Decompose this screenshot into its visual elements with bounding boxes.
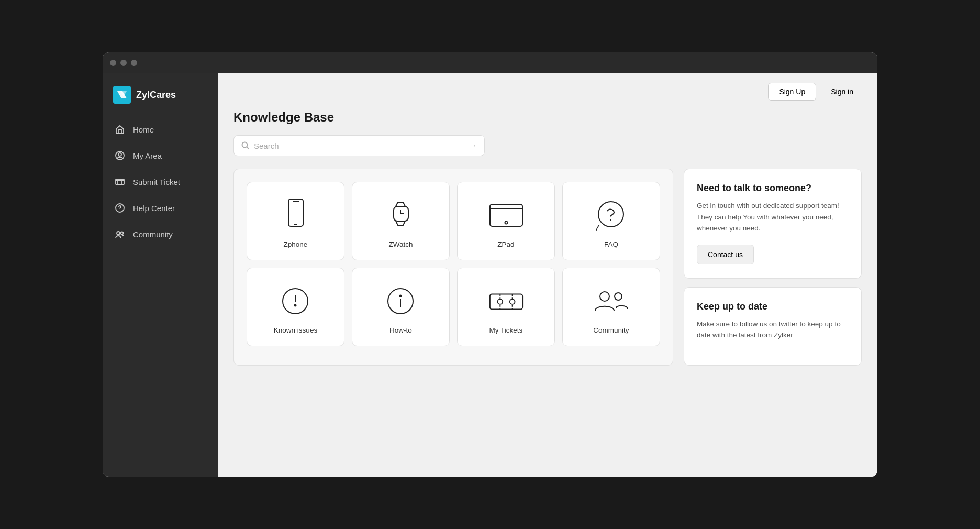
logo-area: ZylCares bbox=[103, 82, 218, 116]
svg-line-10 bbox=[247, 147, 249, 149]
svg-point-29 bbox=[509, 299, 515, 304]
page-header: Sign Up Sign in bbox=[218, 73, 877, 110]
sidebar-item-community[interactable]: Community bbox=[103, 221, 218, 247]
info-icon bbox=[383, 283, 419, 320]
sidebar-item-my-area-label: My Area bbox=[133, 151, 162, 160]
card-known-issues-label: Known issues bbox=[274, 326, 317, 334]
card-how-to-label: How-to bbox=[389, 326, 412, 334]
svg-point-30 bbox=[600, 292, 609, 301]
svg-rect-17 bbox=[490, 204, 522, 226]
card-faq-label: FAQ bbox=[604, 240, 618, 248]
app-container: ZylCares Home bbox=[103, 73, 877, 477]
main-grid: Zphone bbox=[233, 169, 862, 366]
titlebar-dot-3 bbox=[131, 60, 137, 66]
card-how-to[interactable]: How-to bbox=[352, 268, 450, 346]
home-icon bbox=[114, 124, 126, 135]
card-zwatch[interactable]: ZWatch bbox=[352, 182, 450, 260]
svg-point-28 bbox=[497, 299, 503, 304]
sidebar-item-community-label: Community bbox=[133, 230, 173, 239]
cards-area: Zphone bbox=[233, 169, 673, 366]
help-center-icon bbox=[114, 202, 126, 214]
watch-icon bbox=[383, 197, 419, 234]
alert-icon bbox=[277, 283, 314, 320]
sidebar-item-submit-ticket[interactable]: Submit Ticket bbox=[103, 169, 218, 195]
page-content: Knowledge Base → bbox=[218, 110, 877, 381]
svg-point-7 bbox=[117, 232, 120, 235]
svg-point-9 bbox=[242, 142, 248, 148]
app-window: ZylCares Home bbox=[103, 52, 877, 477]
submit-ticket-icon bbox=[114, 176, 126, 188]
circle-user-icon bbox=[114, 150, 126, 161]
community-nav-icon bbox=[114, 228, 126, 240]
card-zwatch-label: ZWatch bbox=[388, 240, 413, 248]
sidebar-item-help-center[interactable]: Help Center bbox=[103, 195, 218, 221]
main-content: Sign Up Sign in Knowledge Base → bbox=[218, 73, 877, 477]
card-known-issues[interactable]: Known issues bbox=[247, 268, 344, 346]
titlebar-dot-2 bbox=[120, 60, 127, 66]
card-faq[interactable]: FAQ bbox=[562, 182, 660, 260]
support-panel-title: Need to talk to someone? bbox=[697, 183, 849, 194]
search-input[interactable] bbox=[254, 141, 464, 150]
svg-point-4 bbox=[118, 153, 121, 156]
faq-icon bbox=[593, 197, 630, 234]
svg-point-25 bbox=[400, 295, 402, 297]
logo-text: ZylCares bbox=[136, 90, 176, 101]
tablet-icon bbox=[488, 197, 525, 234]
titlebar bbox=[103, 52, 877, 73]
contact-us-button[interactable]: Contact us bbox=[697, 245, 754, 264]
svg-rect-5 bbox=[116, 179, 124, 184]
cards-grid: Zphone bbox=[247, 182, 660, 346]
phone-icon bbox=[277, 197, 314, 234]
signup-button[interactable]: Sign Up bbox=[768, 83, 816, 101]
search-bar[interactable]: → bbox=[233, 135, 485, 156]
ticket-card-icon bbox=[488, 283, 525, 320]
card-zpad-label: ZPad bbox=[497, 240, 514, 248]
support-panel: Need to talk to someone? Get in touch wi… bbox=[684, 169, 862, 279]
people-icon bbox=[593, 283, 630, 320]
support-panel-text: Get in touch with out dedicated support … bbox=[697, 200, 849, 234]
updates-panel-text: Make sure to follow us on twitter to kee… bbox=[697, 318, 849, 341]
search-icon bbox=[241, 141, 250, 150]
updates-panel: Keep up to date Make sure to follow us o… bbox=[684, 287, 862, 366]
sidebar-item-home[interactable]: Home bbox=[103, 116, 218, 142]
logo-icon bbox=[113, 86, 131, 104]
card-community[interactable]: Community bbox=[562, 268, 660, 346]
svg-point-8 bbox=[121, 232, 124, 235]
svg-point-31 bbox=[615, 293, 622, 300]
card-my-tickets[interactable]: My Tickets bbox=[457, 268, 555, 346]
svg-rect-11 bbox=[288, 199, 303, 226]
signin-button[interactable]: Sign in bbox=[822, 83, 862, 100]
card-zpad[interactable]: ZPad bbox=[457, 182, 555, 260]
svg-rect-27 bbox=[489, 294, 522, 309]
page-title: Knowledge Base bbox=[233, 110, 862, 125]
card-zphone[interactable]: Zphone bbox=[247, 182, 344, 260]
sidebar: ZylCares Home bbox=[103, 73, 218, 477]
card-my-tickets-label: My Tickets bbox=[489, 326, 523, 334]
sidebar-item-home-label: Home bbox=[133, 125, 154, 134]
side-panel: Need to talk to someone? Get in touch wi… bbox=[684, 169, 862, 366]
svg-point-20 bbox=[598, 202, 623, 227]
sidebar-item-help-center-label: Help Center bbox=[133, 204, 175, 213]
sidebar-item-my-area[interactable]: My Area bbox=[103, 142, 218, 169]
sidebar-item-submit-ticket-label: Submit Ticket bbox=[133, 178, 180, 186]
svg-point-19 bbox=[505, 222, 507, 224]
card-zphone-label: Zphone bbox=[284, 240, 308, 248]
titlebar-dot-1 bbox=[110, 60, 116, 66]
updates-panel-title: Keep up to date bbox=[697, 301, 849, 312]
svg-point-23 bbox=[295, 305, 296, 306]
search-submit-button[interactable]: → bbox=[469, 141, 477, 150]
card-community-label: Community bbox=[593, 326, 629, 334]
